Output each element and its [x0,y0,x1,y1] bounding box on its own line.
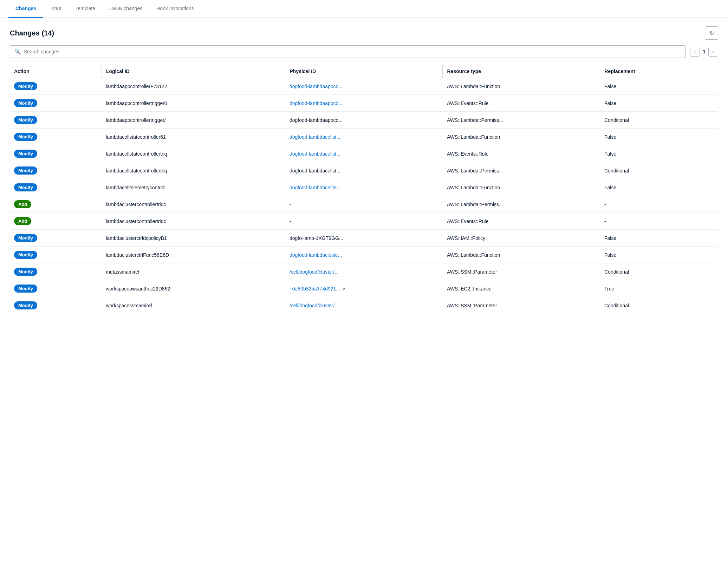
table-row: Modifymetassmamiref/cell/dogfood/cluster… [10,263,718,280]
search-bar-row: 🔍 ‹ 1 › [10,45,718,58]
col-header-replacement: Replacement [600,65,718,78]
logical-id-cell: workspaceawsauthec22D862 [102,280,285,297]
action-badge: Modify [14,150,37,158]
table-header: Action Logical ID Physical ID Resource t… [10,65,718,78]
search-icon: 🔍 [14,48,21,55]
logical-id-cell: lambdaclustercontrollertriqc [102,213,285,230]
resource-type-cell: AWS::Lambda::Function [443,179,600,196]
physical-id-cell: dogfood-lambdacellst... [285,162,443,179]
table-row: ModifylambdaappcontrollerF73122dogfood-l… [10,78,718,95]
next-page-button[interactable]: › [708,47,718,57]
resource-type-cell: AWS::IAM::Policy [443,230,600,247]
logical-id-cell: lambdaappcontrollertrigger/ [102,112,285,129]
tab-json-changes[interactable]: JSON changes [102,0,149,18]
col-header-physical-id: Physical ID [285,65,443,78]
physical-id-cell: - [285,196,443,213]
physical-id-cell: - [285,213,443,230]
table-row: Modifylambdacellstatecontroller61dogfood… [10,129,718,145]
refresh-button[interactable]: ↻ [705,26,718,40]
col-header-resource-type: Resource type [443,65,600,78]
action-badge: Modify [14,284,37,293]
resource-type-cell: AWS::Events::Rule [443,95,600,112]
replacement-cell: False [600,95,718,112]
action-badge: Modify [14,166,37,175]
physical-id-link[interactable]: dogfood-lambdacellst... [290,151,340,157]
logical-id-cell: lambdacellstatecontrollertriq [102,162,285,179]
physical-id-cell: /cell/dogfood/cluster/... [285,263,443,280]
resource-type-cell: AWS::Lambda::Function [443,247,600,263]
replacement-cell: Conditional [600,112,718,129]
physical-id-cell: dogfood-lambdacluste... [285,247,443,263]
tab-changes[interactable]: Changes [8,0,43,18]
logical-id-cell: lambdacellstatecontrollertriq [102,145,285,162]
replacement-cell: False [600,230,718,247]
tabs-bar: Changes Input Template JSON changes Hook… [0,0,728,18]
action-badge: Modify [14,82,37,90]
tab-hook-invocations[interactable]: Hook invocations [149,0,201,18]
replacement-cell: - [600,196,718,213]
logical-id-cell: workspacessmamiref [102,297,285,314]
table-row: ModifylambdaclusterctrlFunc58E6Ddogfood-… [10,247,718,263]
external-link-icon: ↗ [341,287,345,291]
table-row: Addlambdaclustercontrollertriqc-AWS::Lam… [10,196,718,213]
prev-page-button[interactable]: ‹ [690,47,700,57]
resource-type-cell: AWS::Lambda::Permiss... [443,196,600,213]
replacement-cell: - [600,213,718,230]
logical-id-cell: lambdacellstatecontroller61 [102,129,285,145]
action-badge: Modify [14,183,37,191]
resource-type-cell: AWS::Lambda::Function [443,129,600,145]
replacement-cell: True [600,280,718,297]
physical-id-link[interactable]: dogfood-lambdaappco... [290,100,343,106]
search-input[interactable] [24,49,681,54]
physical-id-link[interactable]: dogfood-lambdacellst... [290,134,340,140]
physical-id-cell: dogfood-lambdacellst... [285,129,443,145]
resource-type-cell: AWS::SSM::Parameter [443,263,600,280]
resource-type-cell: AWS::EC2::Instance [443,280,600,297]
section-count: (14) [41,29,54,37]
physical-id-link[interactable]: dogfood-lambdacelltel... [290,185,342,190]
action-badge: Modify [14,116,37,124]
tab-template[interactable]: Template [68,0,102,18]
search-box: 🔍 [10,45,686,58]
action-badge: Modify [14,251,37,259]
physical-id-cell: dogfood-lambdaappco... [285,95,443,112]
logical-id-cell: lambdacelltelemetrycontroll [102,179,285,196]
resource-type-cell: AWS::Events::Rule [443,145,600,162]
physical-id-cell: dogfood-lambdacelltel... [285,179,443,196]
table-body: ModifylambdaappcontrollerF73122dogfood-l… [10,78,718,314]
logical-id-cell: lambdaclustercontrollertriqc [102,196,285,213]
physical-id-cell: dogfood-lambdaappco... [285,78,443,95]
main-content: Changes (14) ↻ 🔍 ‹ 1 › Action Logical ID… [0,18,728,322]
physical-id-cell: dogfood-lambdacellst... [285,145,443,162]
table-row: Modifylambdacelltelemetrycontrolldogfood… [10,179,718,196]
physical-id-cell: i-0a80b825a374d921... ↗ [285,280,443,297]
replacement-cell: False [600,247,718,263]
replacement-cell: False [600,179,718,196]
section-header: Changes (14) ↻ [10,26,718,40]
col-header-action: Action [10,65,102,78]
physical-id-cell: /cell/dogfood/cluster/... [285,297,443,314]
replacement-cell: Conditional [600,297,718,314]
physical-id-cell: dogfood-lambdaappco... [285,112,443,129]
action-badge: Modify [14,99,37,107]
col-header-logical-id: Logical ID [102,65,285,78]
pagination: ‹ 1 › [690,47,718,57]
physical-id-link[interactable]: dogfood-lambdaappco... [290,84,343,89]
resource-type-cell: AWS::Lambda::Function [443,78,600,95]
physical-id-link[interactable]: i-0a80b825a374d921... [290,286,340,292]
logical-id-cell: lambdaclusterctrldcpolicyB1 [102,230,285,247]
table-row: Modifyworkspaceawsauthec22D862i-0a80b825… [10,280,718,297]
replacement-cell: Conditional [600,263,718,280]
physical-id-link[interactable]: /cell/dogfood/cluster/... [290,269,339,275]
replacement-cell: Conditional [600,162,718,179]
physical-id-link[interactable]: /cell/dogfood/cluster/... [290,303,339,308]
logical-id-cell: lambdaappcontrollertrigger0 [102,95,285,112]
physical-id-link[interactable]: dogfood-lambdacluste... [290,252,342,258]
logical-id-cell: lambdaclusterctrlFunc58E6D [102,247,285,263]
page-number: 1 [703,49,706,54]
table-row: Modifylambdacellstatecontrollertriqdogfo… [10,145,718,162]
table-row: Modifyworkspacessmamiref/cell/dogfood/cl… [10,297,718,314]
table-row: Modifylambdacellstatecontrollertriqdogfo… [10,162,718,179]
logical-id-cell: metassmamiref [102,263,285,280]
tab-input[interactable]: Input [43,0,68,18]
